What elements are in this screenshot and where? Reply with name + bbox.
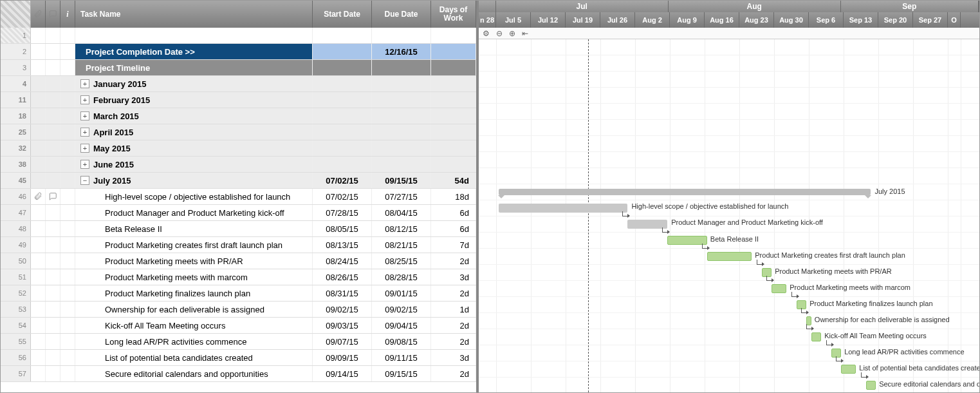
table-row[interactable]: 47 Product Manager and Product Marketing… xyxy=(1,205,476,221)
start-date-cell[interactable]: 09/03/15 xyxy=(313,318,372,333)
table-row[interactable]: 32 +May 2015 xyxy=(1,140,476,157)
table-row[interactable]: 2 Project Completion Date >> 12/16/15 xyxy=(1,44,476,60)
task-name-cell[interactable]: High-level scope / objective established… xyxy=(75,189,313,204)
table-row[interactable]: 57 Secure editorial calendars and opport… xyxy=(1,366,476,382)
expand-icon[interactable]: + xyxy=(80,160,89,169)
task-name-cell[interactable]: Product Marketing meets with PR/AR xyxy=(75,253,313,269)
start-date-cell[interactable]: 08/31/15 xyxy=(313,285,372,301)
days-cell[interactable] xyxy=(431,92,476,108)
table-row[interactable]: 49 Product Marketing creates first draft… xyxy=(1,237,476,253)
start-date-cell[interactable]: 09/07/15 xyxy=(313,334,372,349)
due-date-cell[interactable]: 08/21/15 xyxy=(372,237,431,253)
due-date-cell[interactable]: 12/16/15 xyxy=(372,44,431,59)
start-date-cell[interactable]: 09/02/15 xyxy=(313,302,372,317)
task-name-cell[interactable]: −July 2015 xyxy=(75,173,313,188)
table-row[interactable]: 46 High-level scope / objective establis… xyxy=(1,189,476,205)
start-date-cell[interactable] xyxy=(313,44,372,59)
table-row[interactable]: 18 +March 2015 xyxy=(1,108,476,124)
days-cell[interactable]: 2d xyxy=(431,366,476,381)
start-date-cell[interactable] xyxy=(313,124,372,140)
table-row[interactable]: 50 Product Marketing meets with PR/AR 08… xyxy=(1,253,476,269)
table-row[interactable]: 38 +June 2015 xyxy=(1,157,476,173)
table-row[interactable]: 51 Product Marketing meets with marcom 0… xyxy=(1,269,476,285)
task-name-cell[interactable]: Product Marketing meets with marcom xyxy=(75,269,313,285)
days-cell[interactable]: 7d xyxy=(431,237,476,253)
gantt-bar[interactable]: Secure editorial calendars and opportuni… xyxy=(866,381,876,390)
days-cell[interactable] xyxy=(431,44,476,59)
due-date-cell[interactable]: 08/04/15 xyxy=(372,205,431,220)
info-column-icon[interactable]: i xyxy=(60,1,75,28)
expand-icon[interactable]: + xyxy=(80,144,89,153)
days-cell[interactable]: 18d xyxy=(431,189,476,204)
due-date-cell[interactable] xyxy=(372,28,431,43)
gantt-bar[interactable]: High-level scope / objective established… xyxy=(499,204,628,213)
start-date-cell[interactable]: 08/24/15 xyxy=(313,253,372,269)
task-name-cell[interactable]: Ownership for each deliverable is assign… xyxy=(75,302,313,317)
attachment-cell[interactable] xyxy=(31,189,46,204)
due-date-cell[interactable]: 09/08/15 xyxy=(372,334,431,349)
due-date-cell[interactable] xyxy=(372,157,431,172)
due-date-cell[interactable] xyxy=(372,92,431,108)
task-name-cell[interactable]: +June 2015 xyxy=(75,157,313,172)
task-name-cell[interactable]: +February 2015 xyxy=(75,92,313,108)
start-date-cell[interactable] xyxy=(313,92,372,108)
due-date-cell[interactable]: 08/28/15 xyxy=(372,269,431,285)
table-row[interactable]: 4 +January 2015 xyxy=(1,76,476,92)
start-date-cell[interactable] xyxy=(313,108,372,124)
expand-icon[interactable]: + xyxy=(80,79,89,88)
table-row[interactable]: 48 Beta Release II 08/05/15 08/12/15 6d xyxy=(1,221,476,237)
start-date-cell[interactable]: 08/13/15 xyxy=(313,237,372,253)
task-name-cell[interactable]: Secure editorial calendars and opportuni… xyxy=(75,366,313,381)
task-name-cell[interactable]: Project Timeline xyxy=(75,60,313,75)
expand-icon[interactable]: + xyxy=(80,128,89,137)
task-name-cell[interactable]: Product Manager and Product Marketing ki… xyxy=(75,205,313,220)
expand-icon[interactable]: + xyxy=(80,95,89,104)
due-date-cell[interactable]: 07/27/15 xyxy=(372,189,431,204)
gantt-bar[interactable]: Kick-off All Team Meeting occurs xyxy=(811,332,821,341)
start-date-cell[interactable]: 09/09/15 xyxy=(313,350,372,365)
task-name-cell[interactable]: Product Marketing creates first draft la… xyxy=(75,237,313,253)
table-row[interactable]: 11 +February 2015 xyxy=(1,92,476,108)
expand-icon[interactable]: + xyxy=(80,111,89,120)
zoom-in-icon[interactable]: ⊕ xyxy=(509,29,515,38)
task-name-cell[interactable]: +April 2015 xyxy=(75,124,313,140)
days-cell[interactable] xyxy=(431,140,476,156)
gantt-summary-bar[interactable]: July 2015 xyxy=(499,189,871,195)
start-date-header[interactable]: Start Date xyxy=(313,1,372,28)
days-cell[interactable] xyxy=(431,157,476,172)
table-row[interactable]: 53 Ownership for each deliverable is ass… xyxy=(1,302,476,318)
start-date-cell[interactable]: 07/28/15 xyxy=(313,205,372,220)
days-cell[interactable] xyxy=(431,108,476,124)
start-date-cell[interactable]: 07/02/15 xyxy=(313,173,372,188)
table-row[interactable]: 3 Project Timeline xyxy=(1,60,476,76)
task-name-cell[interactable]: Project Completion Date >> xyxy=(75,44,313,59)
task-name-cell[interactable]: Beta Release II xyxy=(75,221,313,236)
start-date-cell[interactable] xyxy=(313,157,372,172)
days-cell[interactable] xyxy=(431,124,476,140)
due-date-cell[interactable]: 08/25/15 xyxy=(372,253,431,269)
task-name-header[interactable]: Task Name xyxy=(75,1,313,28)
gantt-bar[interactable]: Product Marketing meets with marcom xyxy=(772,284,786,293)
days-cell[interactable]: 2d xyxy=(431,334,476,349)
task-name-cell[interactable]: Long lead AR/PR activities commence xyxy=(75,334,313,349)
due-date-cell[interactable]: 09/01/15 xyxy=(372,285,431,301)
task-name-cell[interactable]: +May 2015 xyxy=(75,140,313,156)
gantt-bar[interactable]: Product Manager and Product Marketing ki… xyxy=(627,220,667,229)
table-row[interactable]: 25 +April 2015 xyxy=(1,124,476,140)
task-name-cell[interactable]: List of potential beta candidates create… xyxy=(75,350,313,365)
days-cell[interactable] xyxy=(431,60,476,75)
days-header[interactable]: Days of Work xyxy=(431,1,476,28)
due-date-cell[interactable] xyxy=(372,60,431,75)
collapse-icon[interactable]: ⇤ xyxy=(522,29,528,38)
gantt-bar[interactable]: List of potential beta candidates create… xyxy=(841,365,856,374)
days-cell[interactable]: 6d xyxy=(431,221,476,236)
gantt-body[interactable]: July 2015High-level scope / objective es… xyxy=(479,39,979,392)
start-date-cell[interactable] xyxy=(313,140,372,156)
due-date-cell[interactable]: 09/02/15 xyxy=(372,302,431,317)
days-cell[interactable] xyxy=(431,76,476,91)
attachment-column-icon[interactable] xyxy=(31,1,46,28)
zoom-out-icon[interactable]: ⊖ xyxy=(496,29,503,38)
table-row[interactable]: 55 Long lead AR/PR activities commence 0… xyxy=(1,334,476,350)
collapse-icon[interactable]: − xyxy=(80,176,89,185)
due-date-cell[interactable] xyxy=(372,108,431,124)
